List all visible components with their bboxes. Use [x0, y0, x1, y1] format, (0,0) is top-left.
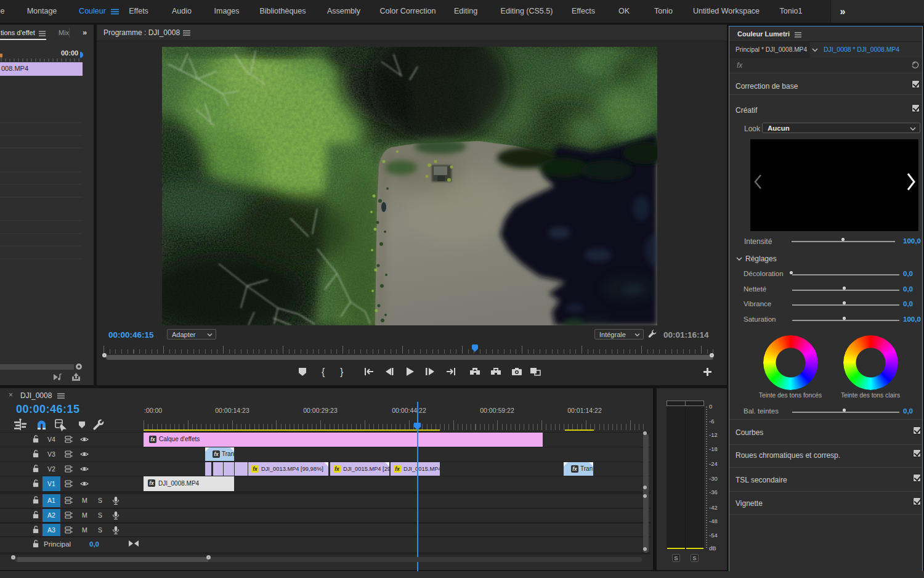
svg-text:M: M — [82, 497, 87, 504]
svg-text:M: M — [82, 511, 87, 519]
svg-text:S: S — [98, 526, 102, 534]
svg-text:{: { — [322, 367, 325, 377]
svg-text:S: S — [98, 511, 102, 519]
svg-text:M: M — [82, 526, 87, 534]
svg-text:}: } — [340, 367, 344, 377]
svg-text:S: S — [98, 497, 102, 504]
